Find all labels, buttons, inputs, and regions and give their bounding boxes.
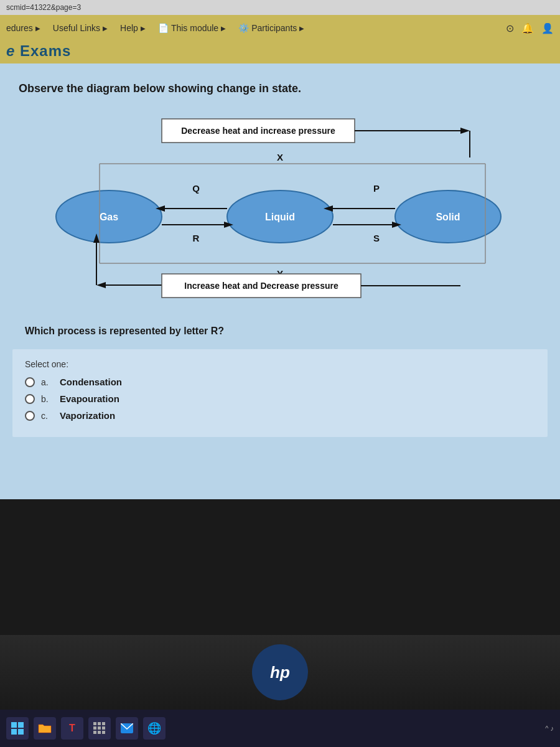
option-text-b: Evapouration xyxy=(60,393,119,404)
svg-rect-34 xyxy=(102,726,105,730)
nav-useful-links-label: Useful Links xyxy=(53,23,100,33)
hp-logo: hp xyxy=(252,644,308,700)
svg-rect-27 xyxy=(11,729,17,735)
question-card: Observe the diagram below showing change… xyxy=(12,76,548,343)
taskbar-mail[interactable] xyxy=(116,717,138,740)
svg-rect-36 xyxy=(98,731,101,734)
laptop-bezel: hp xyxy=(0,635,560,710)
sub-question: Which process is represented by letter R… xyxy=(19,326,541,337)
liquid-label: Liquid xyxy=(265,212,295,222)
radio-c[interactable] xyxy=(25,411,35,421)
browser-bar: scmid=41322&page=3 xyxy=(0,0,560,15)
p-label: P xyxy=(373,183,380,194)
nav-edures[interactable]: edures ▶ xyxy=(6,23,40,33)
nav-participants-icon: ⚙️ xyxy=(238,23,249,33)
select-one-label: Select one: xyxy=(25,359,535,369)
taskbar-folder[interactable] xyxy=(34,717,56,740)
question-title: Observe the diagram below showing change… xyxy=(19,82,541,95)
diagram-container: Decrease heat and increase pressure X Q … xyxy=(19,108,541,319)
s-label: S xyxy=(373,233,380,243)
nav-useful-links[interactable]: Useful Links ▶ xyxy=(53,23,108,33)
nav-this-module-label: This module xyxy=(171,23,218,33)
taskbar-up-arrow: ^ ♪ xyxy=(545,725,554,732)
taskbar-windows[interactable] xyxy=(6,717,29,740)
svg-rect-37 xyxy=(102,731,105,734)
svg-marker-20 xyxy=(96,282,106,288)
nav-this-module-arrow: ▶ xyxy=(221,25,226,32)
svg-rect-31 xyxy=(102,722,105,725)
nav-edures-arrow: ▶ xyxy=(35,25,40,32)
nav-this-module-icon: 📄 xyxy=(158,23,169,33)
option-row-b[interactable]: b. Evapouration xyxy=(25,393,535,404)
x-label: X xyxy=(277,152,283,162)
nav-bar: edures ▶ Useful Links ▶ Help ▶ 📄 This mo… xyxy=(0,15,560,41)
svg-rect-28 xyxy=(18,729,24,735)
logo-area: e Exams xyxy=(0,41,560,63)
option-letter-b: b. xyxy=(41,394,54,404)
option-letter-c: c. xyxy=(41,411,54,421)
option-letter-a: a. xyxy=(41,377,54,387)
taskbar-grid[interactable] xyxy=(88,717,111,740)
option-text-c: Vaporization xyxy=(60,410,115,421)
circle-icon: ⊙ xyxy=(506,22,514,34)
option-row-a[interactable]: a. Condensation xyxy=(25,377,535,387)
option-text-a: Condensation xyxy=(60,377,122,387)
taskbar-right: ^ ♪ xyxy=(545,725,554,732)
nav-participants-label: Participants xyxy=(251,23,297,33)
state-change-diagram: Decrease heat and increase pressure X Q … xyxy=(37,108,523,319)
nav-useful-links-arrow: ▶ xyxy=(103,25,108,32)
radio-b[interactable] xyxy=(25,394,35,404)
nav-help[interactable]: Help ▶ xyxy=(120,23,146,33)
answer-section: Select one: a. Condensation b. Evapourat… xyxy=(12,349,548,437)
option-row-c[interactable]: c. Vaporization xyxy=(25,410,535,421)
svg-rect-32 xyxy=(93,726,96,730)
decrease-label: Decrease heat and increase pressure xyxy=(181,126,335,136)
q-label: Q xyxy=(192,183,200,194)
taskbar: T 🌐 ^ ♪ xyxy=(0,710,560,747)
svg-rect-33 xyxy=(98,726,101,730)
nav-icons-group: ⊙ 🔔 👤 xyxy=(506,22,554,34)
nav-this-module[interactable]: 📄 This module ▶ xyxy=(158,23,226,33)
solid-label: Solid xyxy=(436,212,460,222)
svg-rect-26 xyxy=(18,722,24,728)
bell-icon[interactable]: 🔔 xyxy=(521,22,534,34)
nav-participants-arrow: ▶ xyxy=(299,25,304,32)
svg-marker-2 xyxy=(460,128,470,134)
nav-help-label: Help xyxy=(120,23,138,33)
nav-help-arrow: ▶ xyxy=(141,25,146,32)
increase-label: Increase heat and Decrease pressure xyxy=(184,281,338,291)
url-bar: scmid=41322&page=3 xyxy=(6,3,81,12)
nav-participants[interactable]: ⚙️ Participants ▶ xyxy=(238,23,304,33)
main-content: Observe the diagram below showing change… xyxy=(0,63,560,499)
taskbar-t-icon[interactable]: T xyxy=(61,717,83,740)
r-label: R xyxy=(193,233,200,243)
taskbar-chrome[interactable]: 🌐 xyxy=(143,717,166,740)
user-icon[interactable]: 👤 xyxy=(541,22,554,34)
gas-label: Gas xyxy=(100,212,118,222)
svg-rect-30 xyxy=(98,722,101,725)
logo-text: e Exams xyxy=(6,42,71,60)
radio-a[interactable] xyxy=(25,377,35,387)
svg-rect-25 xyxy=(11,722,17,728)
svg-rect-29 xyxy=(93,722,96,725)
svg-rect-35 xyxy=(93,731,96,734)
nav-edures-label: edures xyxy=(6,23,33,33)
